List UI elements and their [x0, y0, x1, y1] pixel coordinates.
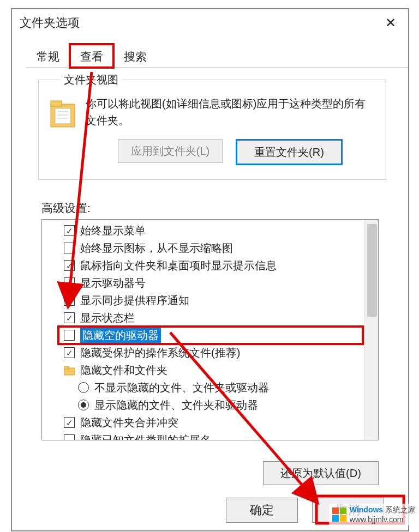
adv-item-8[interactable]: 隐藏文件和文件夹	[58, 361, 363, 379]
adv-item-label: 隐藏文件和文件夹	[80, 363, 167, 378]
adv-item-10[interactable]: 显示隐藏的文件、文件夹和驱动器	[58, 396, 363, 414]
folder-view-description: 你可以将此视图(如详细信息或图标)应用于这种类型的所有文件夹。	[86, 95, 375, 129]
checkbox-icon[interactable]	[64, 434, 75, 440]
folder-view-right: 你可以将此视图(如详细信息或图标)应用于这种类型的所有文件夹。 应用到文件夹(L…	[86, 95, 375, 165]
checkbox-icon[interactable]	[64, 243, 75, 253]
checkbox-icon[interactable]	[64, 260, 75, 271]
tab-view[interactable]: 查看	[70, 44, 113, 68]
adv-item-1[interactable]: 始终显示图标，从不显示缩略图	[58, 239, 363, 257]
adv-item-0[interactable]: 始终显示菜单	[58, 222, 363, 239]
radio-icon[interactable]	[78, 400, 89, 410]
adv-item-label: 始终显示菜单	[80, 223, 146, 238]
adv-item-label: 显示同步提供程序通知	[80, 293, 189, 308]
adv-item-label: 显示隐藏的文件、文件夹和驱动器	[94, 398, 258, 413]
adv-item-12[interactable]: 隐藏已知文件类型的扩展名	[58, 431, 363, 440]
folder-view-content: 你可以将此视图(如详细信息或图标)应用于这种类型的所有文件夹。 应用到文件夹(L…	[50, 95, 375, 165]
adv-item-label: 隐藏空的驱动器	[80, 328, 161, 343]
checkbox-icon[interactable]	[64, 295, 75, 306]
adv-item-4[interactable]: 显示同步提供程序通知	[58, 292, 363, 309]
adv-item-label: 显示状态栏	[80, 311, 135, 325]
tab-search[interactable]: 搜索	[113, 44, 157, 68]
dialog-title: 文件夹选项	[20, 15, 80, 31]
adv-item-label: 不显示隐藏的文件、文件夹或驱动器	[94, 380, 269, 395]
folder-options-dialog: 文件夹选项 ✕ 常规 查看 搜索 文件夹视图 你可以将此视图(如详细信息或图标)…	[11, 8, 409, 531]
advanced-settings-list[interactable]: 始终显示菜单始终显示图标，从不显示缩略图鼠标指向文件夹和桌面项时显示提示信息显示…	[41, 219, 379, 440]
apply-to-folders-button[interactable]: 应用到文件夹(L)	[118, 139, 223, 163]
checkbox-icon[interactable]	[64, 417, 75, 428]
radio-icon[interactable]	[78, 382, 89, 393]
svg-rect-2	[55, 108, 70, 124]
windows-logo-icon	[332, 507, 346, 522]
tabs: 常规 查看 搜索	[26, 43, 408, 68]
adv-item-2[interactable]: 鼠标指向文件夹和桌面项时显示提示信息	[58, 257, 363, 274]
reset-folders-button[interactable]: 重置文件夹(R)	[236, 139, 343, 165]
restore-defaults-button[interactable]: 还原为默认值(D)	[263, 461, 379, 485]
checkbox-icon[interactable]	[64, 225, 75, 236]
watermark-text: Windows 系统之家 www.bjjmlv.com	[350, 505, 416, 524]
adv-item-label: 隐藏受保护的操作系统文件(推荐)	[80, 346, 240, 360]
checkbox-icon[interactable]	[64, 277, 75, 288]
adv-item-9[interactable]: 不显示隐藏的文件、文件夹或驱动器	[58, 379, 363, 396]
adv-item-6[interactable]: 隐藏空的驱动器	[58, 327, 363, 344]
svg-rect-1	[51, 101, 62, 106]
folder-icon	[50, 98, 76, 129]
checkbox-icon[interactable]	[64, 330, 75, 341]
adv-item-7[interactable]: 隐藏受保护的操作系统文件(推荐)	[58, 344, 363, 361]
checkbox-icon[interactable]	[64, 347, 75, 358]
advanced-settings-label: 高级设置:	[41, 201, 408, 216]
adv-item-label: 隐藏文件夹合并冲突	[80, 415, 178, 430]
tab-general[interactable]: 常规	[26, 44, 70, 68]
ok-button[interactable]: 确定	[226, 498, 298, 523]
titlebar: 文件夹选项 ✕	[12, 9, 408, 37]
folder-icon	[64, 366, 75, 375]
adv-item-label: 隐藏已知文件类型的扩展名	[80, 433, 211, 441]
checkbox-icon[interactable]	[64, 312, 75, 323]
adv-item-11[interactable]: 隐藏文件夹合并冲突	[58, 414, 363, 431]
svg-rect-7	[64, 366, 69, 369]
adv-item-label: 鼠标指向文件夹和桌面项时显示提示信息	[80, 258, 277, 273]
scrollbar[interactable]	[364, 220, 378, 440]
folder-view-legend: 文件夹视图	[61, 72, 122, 87]
watermark: Windows 系统之家 www.bjjmlv.com	[329, 504, 419, 525]
scrollbar-thumb[interactable]	[367, 224, 377, 317]
adv-item-5[interactable]: 显示状态栏	[58, 309, 363, 327]
adv-item-label: 显示驱动器号	[80, 276, 146, 291]
folder-view-group: 文件夹视图 你可以将此视图(如详细信息或图标)应用于这种类型的所有文件夹。 应用…	[38, 80, 386, 180]
adv-item-3[interactable]: 显示驱动器号	[58, 274, 363, 292]
adv-item-label: 始终显示图标，从不显示缩略图	[80, 241, 233, 256]
close-icon[interactable]: ✕	[381, 15, 400, 31]
